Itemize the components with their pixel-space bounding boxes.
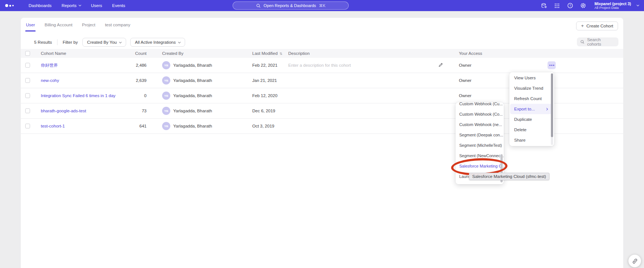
header-created-by[interactable]: Created By bbox=[162, 51, 184, 56]
last-modified: Feb 22, 2021 bbox=[252, 63, 277, 67]
submenu-segment-2[interactable]: Segment (MichelleTest) bbox=[456, 140, 504, 150]
results-count: 5 Results bbox=[34, 40, 52, 44]
cohort-name-link[interactable]: test-cohort-1 bbox=[41, 124, 65, 128]
menu-view-users[interactable]: View Users bbox=[509, 73, 551, 83]
avatar: YB bbox=[162, 122, 170, 130]
header-count[interactable]: Count bbox=[124, 51, 147, 56]
cohort-count: 2,639 bbox=[124, 78, 147, 83]
integrations-filter[interactable]: All Active Integrations bbox=[130, 38, 185, 47]
row-actions-button[interactable] bbox=[548, 62, 556, 69]
submenu-segment-1[interactable]: Segment (Deepak con... bbox=[456, 130, 504, 140]
chevron-right-icon bbox=[545, 107, 548, 110]
avatar: YB bbox=[162, 92, 170, 100]
submenu-segment-3[interactable]: Segment (NewConnec... bbox=[456, 150, 504, 161]
tab-test-company[interactable]: test company bbox=[105, 23, 130, 32]
cohort-row: 你好世界 2,486 YB Yarlagadda, Bharath Feb 22… bbox=[21, 58, 623, 73]
link-icon bbox=[632, 258, 638, 264]
nav-users[interactable]: Users bbox=[91, 3, 102, 8]
nav-reports[interactable]: Reports bbox=[62, 3, 81, 8]
submenu-custom-webhook-3[interactable]: Custom Webhook (ne... bbox=[456, 119, 504, 130]
filter-by-label: Filter by bbox=[63, 40, 78, 44]
last-modified: Jan 21, 2021 bbox=[252, 78, 277, 83]
global-search-bar[interactable]: Open Reports & Dashboards ⌘K bbox=[233, 1, 349, 10]
created-by-filter[interactable]: Created By You bbox=[82, 38, 126, 47]
chevron-down-icon bbox=[119, 40, 122, 43]
creator-name: Yarlagadda, Bharath bbox=[173, 109, 212, 113]
submenu-salesforce-marketing-cloud[interactable]: Salesforce Marketing C... bbox=[456, 161, 504, 171]
project-switcher[interactable]: Mixpanel (project 3) All Project Data bbox=[594, 1, 639, 10]
svg-text:?: ? bbox=[569, 4, 571, 7]
primary-nav: Dashboards Reports Users Events bbox=[29, 3, 125, 8]
chevron-down-icon bbox=[637, 4, 639, 6]
menu-export-to[interactable]: Export to... bbox=[510, 104, 552, 114]
cohort-name-link[interactable]: Integration Sync Failed 6 times in 1 day bbox=[41, 93, 115, 98]
last-modified: Dec 6, 2019 bbox=[252, 109, 275, 113]
cohort-name-link[interactable]: 你好世界 bbox=[41, 63, 58, 68]
settings-gear-icon[interactable] bbox=[580, 3, 586, 9]
select-all-checkbox[interactable] bbox=[25, 51, 30, 56]
menu-scrollbar[interactable] bbox=[551, 73, 553, 145]
tab-project[interactable]: Project bbox=[82, 23, 95, 32]
submenu-custom-webhook-1[interactable]: Custom Webhook (Cu... bbox=[456, 102, 504, 109]
cohort-count: 2,486 bbox=[124, 63, 147, 67]
apps-grid-icon[interactable] bbox=[554, 3, 560, 9]
last-modified: Feb 12, 2020 bbox=[252, 93, 277, 98]
global-search-placeholder: Open Reports & Dashboards bbox=[264, 3, 316, 8]
tab-bar: User Billing Account Project test compan… bbox=[21, 18, 623, 36]
header-description[interactable]: Description bbox=[288, 51, 310, 56]
creator-name: Yarlagadda, Bharath bbox=[173, 93, 212, 98]
creator-name: Yarlagadda, Bharath bbox=[173, 63, 212, 67]
menu-visualize-trend[interactable]: Visualize Trend bbox=[509, 83, 551, 93]
cohort-count: 73 bbox=[124, 109, 147, 113]
search-cohorts-input[interactable]: Search cohorts bbox=[577, 37, 618, 46]
row-checkbox[interactable] bbox=[25, 93, 30, 98]
tab-billing-account[interactable]: Billing Account bbox=[45, 23, 72, 32]
chevron-down-icon bbox=[79, 4, 81, 6]
creator-name: Yarlagadda, Bharath bbox=[173, 78, 212, 83]
row-checkbox[interactable] bbox=[25, 78, 30, 83]
header-cohort-name[interactable]: Cohort Name bbox=[41, 51, 66, 56]
search-icon bbox=[256, 3, 261, 8]
top-navbar: Dashboards Reports Users Events Open Rep… bbox=[0, 0, 644, 11]
share-link-button[interactable] bbox=[628, 255, 641, 267]
menu-duplicate[interactable]: Duplicate bbox=[509, 114, 551, 125]
mixpanel-logo-icon[interactable] bbox=[5, 4, 14, 7]
cohort-name-link[interactable]: bharath-google-ads-test bbox=[41, 109, 86, 113]
plus-icon: + bbox=[581, 23, 584, 29]
project-scope: All Project Data bbox=[594, 6, 631, 10]
access-level: Owner bbox=[459, 63, 472, 67]
menu-delete[interactable]: Delete bbox=[509, 125, 551, 135]
divider bbox=[57, 39, 58, 45]
sfmc-tooltip: Salesforce Marketing Cloud (sfmc-test) bbox=[469, 173, 549, 180]
access-level: Owner bbox=[459, 78, 472, 83]
help-icon[interactable]: ? bbox=[567, 3, 573, 9]
menu-refresh-count[interactable]: Refresh Count bbox=[509, 93, 551, 104]
submenu-custom-webhook-2[interactable]: Custom Webhook (Co... bbox=[456, 109, 504, 119]
avatar: YB bbox=[162, 61, 170, 69]
create-cohort-button[interactable]: + Create Cohort bbox=[576, 21, 618, 30]
creator-name: Yarlagadda, Bharath bbox=[173, 124, 212, 128]
cohort-name-link[interactable]: new-cohy bbox=[41, 78, 59, 83]
edit-description-icon[interactable] bbox=[438, 62, 443, 68]
row-checkbox[interactable] bbox=[25, 63, 30, 68]
export-submenu: Custom Webhook (Cu... Custom Webhook (Co… bbox=[456, 102, 504, 184]
row-checkbox[interactable] bbox=[25, 109, 30, 113]
chevron-down-icon bbox=[178, 40, 181, 43]
filter-bar: 5 Results Filter by Created By You All A… bbox=[21, 36, 623, 49]
data-management-icon[interactable] bbox=[541, 3, 547, 9]
cohort-count: 0 bbox=[124, 93, 147, 98]
description-field[interactable]: Enter a description for this cohort bbox=[288, 63, 351, 67]
menu-share[interactable]: Share bbox=[509, 135, 551, 145]
cohort-count: 641 bbox=[124, 124, 147, 128]
last-modified: Oct 3, 2019 bbox=[252, 124, 274, 128]
header-your-access[interactable]: Your Access bbox=[459, 51, 482, 56]
search-cohorts-placeholder: Search cohorts bbox=[587, 37, 615, 46]
nav-dashboards[interactable]: Dashboards bbox=[29, 3, 52, 8]
row-checkbox[interactable] bbox=[25, 124, 30, 129]
nav-events[interactable]: Events bbox=[112, 3, 125, 8]
header-last-modified[interactable]: Last Modified⇅ bbox=[252, 51, 282, 56]
search-icon bbox=[580, 40, 585, 44]
project-name: Mixpanel (project 3) bbox=[594, 1, 631, 6]
avatar: YB bbox=[162, 76, 170, 85]
tab-user[interactable]: User bbox=[26, 23, 35, 32]
